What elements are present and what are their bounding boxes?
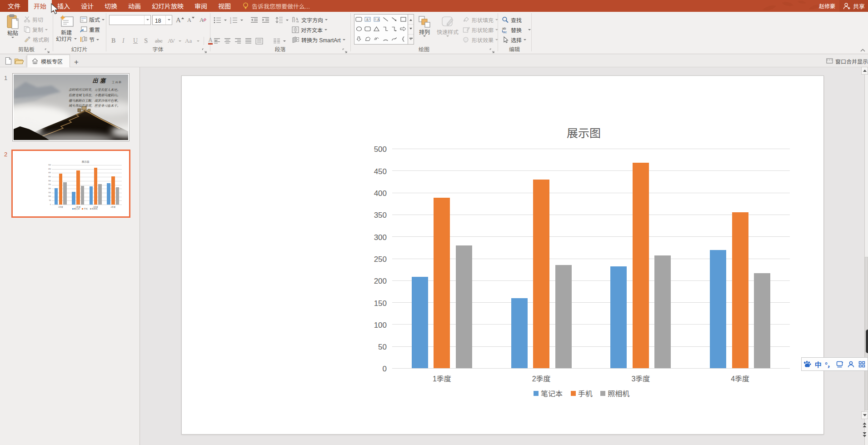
clipboard-dialog-launcher[interactable] — [45, 47, 50, 52]
shapes-scroll-up[interactable] — [408, 15, 414, 25]
shape-arc[interactable] — [381, 34, 390, 44]
document-tab-template-zone[interactable]: 模板专区 — [27, 55, 70, 67]
bullets-button[interactable] — [214, 15, 227, 25]
decrease-indent-button[interactable] — [250, 15, 260, 25]
shape-left-brace[interactable] — [399, 34, 408, 44]
justify-button[interactable] — [245, 36, 254, 46]
change-case-button[interactable]: Aa — [185, 37, 195, 45]
tab-review[interactable]: 审阅 — [189, 0, 213, 12]
find-button[interactable]: 查找 — [502, 15, 522, 24]
drawing-dialog-launcher[interactable] — [489, 47, 495, 52]
align-text-button[interactable]: 对齐文本 — [292, 25, 327, 34]
shape-elbow-connector[interactable] — [381, 24, 390, 34]
chart-bar-笔记本-3季度[interactable] — [90, 186, 93, 205]
section-button[interactable]: 节 — [80, 35, 99, 44]
new-slide-button[interactable]: 新建 幻灯片 — [55, 13, 78, 47]
shape-text-box[interactable]: A — [364, 15, 373, 24]
numbering-button[interactable]: 1 2 3 — [230, 15, 243, 25]
chart-bar-照相机-2季度[interactable] — [81, 186, 85, 205]
shape-down-arrow[interactable] — [354, 34, 364, 44]
chart-bar-笔记本-1季度[interactable] — [412, 277, 428, 368]
shape-rounded-rect-callout[interactable] — [354, 15, 364, 24]
new-document-button[interactable] — [3, 55, 14, 66]
font-name-dropdown[interactable] — [144, 15, 150, 25]
shape-fill-button[interactable]: 形状填充 — [463, 15, 498, 24]
chart-bar-笔记本-4季度[interactable] — [710, 250, 726, 368]
tab-animations[interactable]: 动画 — [123, 0, 146, 12]
tab-transitions[interactable]: 切换 — [99, 0, 123, 12]
shape-line[interactable] — [381, 15, 390, 24]
new-tab-button[interactable]: + — [70, 55, 82, 66]
chart-bar-笔记本-2季度[interactable] — [511, 298, 528, 368]
layout-button[interactable]: 版式 — [80, 15, 105, 24]
share-button[interactable]: 共享 — [839, 0, 868, 12]
quick-styles-button[interactable]: 快速样式 — [435, 13, 460, 47]
bold-button[interactable]: B — [111, 37, 122, 45]
chart-bar-笔记本-3季度[interactable] — [610, 266, 627, 368]
open-document-button[interactable] — [14, 55, 25, 66]
chart-bar-照相机-4季度[interactable] — [754, 273, 770, 368]
shape-vertical-text-box[interactable]: A — [372, 15, 381, 24]
shape-right-arrow[interactable] — [399, 24, 408, 34]
font-color-button[interactable]: A — [208, 37, 213, 45]
tell-me-box[interactable]: 告诉我您想要做什么... — [243, 0, 310, 12]
shape-elbow-arrow-connector[interactable] — [390, 24, 399, 34]
slide-2-thumbnail-selected[interactable]: 0501001502002503003504004505001季度2季度3季度4… — [11, 150, 130, 218]
paste-button[interactable]: 粘贴 — [3, 13, 23, 47]
ime-softkeyboard-button[interactable] — [835, 361, 846, 368]
shape-rounded-rectangle[interactable] — [364, 24, 373, 34]
decrease-font-button[interactable]: A — [187, 15, 195, 25]
chart-bar-照相机-3季度[interactable] — [654, 255, 671, 368]
scroll-down-button[interactable] — [861, 411, 868, 419]
increase-indent-button[interactable] — [262, 15, 271, 25]
slide-1-thumbnail[interactable]: 出塞 王昌龄 秦时明月汉时关，万里长征人未还。 但使龙城飞将在，不教胡马度阴山。… — [12, 73, 130, 141]
italic-button[interactable]: I — [122, 37, 133, 45]
shape-triangle[interactable] — [372, 24, 381, 34]
distribute-button[interactable] — [255, 36, 265, 46]
tab-view[interactable]: 视图 — [213, 0, 236, 12]
reset-button[interactable]: 重置 — [80, 25, 100, 34]
tab-slideshow[interactable]: 幻灯片放映 — [146, 0, 189, 12]
format-painter-button[interactable]: 格式刷 — [24, 35, 49, 44]
chart-bar-手机-2季度[interactable] — [533, 180, 549, 368]
chart-bar-笔记本-2季度[interactable] — [72, 192, 75, 205]
clear-formatting-button[interactable]: A — [199, 15, 208, 25]
convert-smartart-button[interactable]: 转换为 SmartArt — [292, 35, 345, 44]
tab-design[interactable]: 设计 — [75, 0, 99, 12]
previous-slide-button[interactable] — [861, 420, 868, 430]
shape-arrow-line[interactable] — [390, 15, 399, 24]
columns-button[interactable] — [273, 36, 286, 46]
tab-file[interactable]: 文件 — [0, 0, 28, 12]
chart-bar-手机-1季度[interactable] — [59, 174, 63, 205]
ime-logo-button[interactable] — [802, 360, 813, 368]
chart-bar-照相机-1季度[interactable] — [456, 245, 472, 368]
chart-bar-手机-2季度[interactable] — [76, 170, 80, 205]
font-size-dropdown[interactable] — [165, 15, 172, 25]
font-name-combo[interactable] — [109, 15, 151, 25]
shape-curve[interactable] — [390, 34, 399, 44]
ime-punctuation-mode[interactable]: °， — [823, 360, 834, 369]
shape-outline-button[interactable]: 形状轮廓 — [463, 25, 498, 34]
chart-bar-照相机-1季度[interactable] — [63, 182, 67, 205]
text-shadow-button[interactable]: S — [144, 37, 155, 45]
chart-bar-手机-1季度[interactable] — [434, 198, 450, 368]
line-spacing-button[interactable] — [275, 15, 289, 25]
tab-insert[interactable]: 插入 — [52, 0, 75, 12]
shape-scribble[interactable] — [372, 34, 381, 44]
font-dialog-launcher[interactable] — [202, 47, 207, 52]
copy-button[interactable]: 复制 — [24, 25, 48, 34]
strikethrough-button[interactable]: abc — [155, 38, 168, 45]
collapse-ribbon-button[interactable] — [859, 47, 866, 53]
bar-chart[interactable]: 0501001502002503003504004505001季度2季度3季度4… — [182, 76, 823, 434]
chart-bar-手机-3季度[interactable] — [94, 168, 98, 205]
paragraph-dialog-launcher[interactable] — [342, 47, 348, 52]
tab-home[interactable]: 开始 — [28, 0, 52, 12]
shape-oval[interactable] — [354, 24, 364, 34]
chart-bar-照相机-3季度[interactable] — [98, 184, 102, 205]
merge-windows-button[interactable]: 窗口合并显示 — [826, 55, 868, 67]
select-button[interactable]: 选择 — [502, 35, 526, 44]
scroll-up-button[interactable] — [861, 67, 868, 75]
character-spacing-button[interactable]: AV — [168, 37, 177, 45]
chart-bar-手机-3季度[interactable] — [633, 163, 649, 368]
shapes-more-button[interactable] — [408, 35, 414, 44]
